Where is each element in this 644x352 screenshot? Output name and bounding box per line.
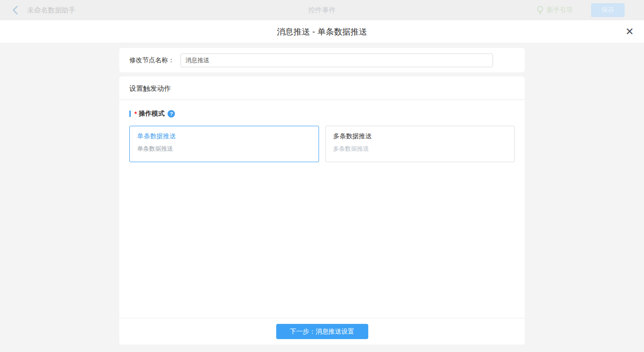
- top-navbar: 未命名数据助手 控件事件 新手引导 保存: [0, 0, 644, 20]
- option-description: 单条数据推送: [137, 145, 311, 153]
- guide-label: 新手引导: [547, 6, 573, 14]
- section-title: 设置触发动作: [119, 76, 525, 100]
- option-multi-data-push[interactable]: 多条数据推送 多条数据推送: [325, 126, 515, 162]
- guide-link[interactable]: 新手引导: [537, 6, 573, 15]
- option-description: 多条数据推送: [333, 145, 507, 153]
- help-icon[interactable]: ?: [168, 110, 175, 117]
- back-button[interactable]: [12, 6, 18, 14]
- operation-mode-options: 单条数据推送 单条数据推送 多条数据推送 多条数据推送: [129, 126, 515, 162]
- dialog-header: 消息推送 - 单条数据推送 ✕: [0, 20, 644, 43]
- dialog-footer: 下一步：消息推送设置: [119, 318, 525, 345]
- dialog-body: 修改节点名称： 设置触发动作 * 操作模式 ? 单条数据推送 单条数据推送: [0, 43, 644, 352]
- topbar-actions: 新手引导 保存: [537, 3, 625, 17]
- field-accent-bar: [129, 111, 131, 117]
- trigger-action-card: 设置触发动作 * 操作模式 ? 单条数据推送 单条数据推送 多条数据推送 多条数…: [119, 76, 525, 345]
- dialog-title: 消息推送 - 单条数据推送: [277, 26, 367, 37]
- app-title: 未命名数据助手: [27, 6, 75, 15]
- lightbulb-icon: [537, 6, 544, 15]
- node-name-card: 修改节点名称：: [119, 48, 525, 72]
- option-single-data-push[interactable]: 单条数据推送 单条数据推送: [129, 126, 319, 162]
- chevron-left-icon: [12, 6, 18, 14]
- node-name-label: 修改节点名称：: [129, 56, 174, 65]
- spacer: [119, 162, 525, 318]
- node-name-input[interactable]: [180, 53, 493, 67]
- save-button[interactable]: 保存: [591, 3, 625, 17]
- close-button[interactable]: ✕: [626, 27, 634, 37]
- trigger-content: * 操作模式 ? 单条数据推送 单条数据推送 多条数据推送 多条数据推送: [119, 100, 525, 162]
- page: 未命名数据助手 控件事件 新手引导 保存 消息推送 - 单条数据推送 ✕: [0, 0, 644, 352]
- operation-mode-label: 操作模式: [139, 110, 164, 118]
- option-title: 多条数据推送: [333, 132, 507, 141]
- required-asterisk: *: [134, 110, 137, 117]
- option-title: 单条数据推送: [137, 132, 311, 141]
- next-step-button[interactable]: 下一步：消息推送设置: [276, 324, 368, 339]
- operation-mode-field: * 操作模式 ?: [129, 110, 515, 118]
- close-icon: ✕: [626, 26, 634, 37]
